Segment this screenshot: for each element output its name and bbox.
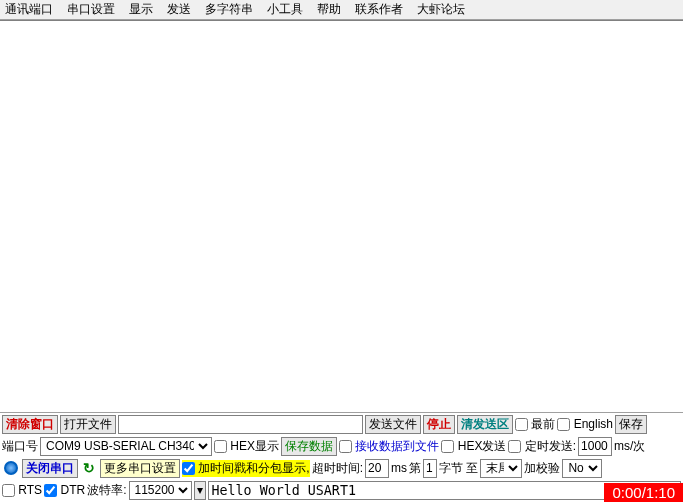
save-data-button[interactable]: 保存数据 (281, 437, 337, 456)
timeout-input[interactable] (365, 459, 389, 478)
checksum-combo[interactable]: None (562, 459, 602, 478)
rts-checkbox[interactable] (2, 484, 15, 497)
toolbar-row-1: 清除窗口 打开文件 发送文件 停止 清发送区 最前 English 保存 (0, 413, 683, 435)
front-checkbox[interactable] (515, 418, 528, 431)
bytes-input[interactable] (423, 459, 437, 478)
english-checkbox-label[interactable]: English (557, 417, 613, 431)
menu-serial-settings[interactable]: 串口设置 (67, 1, 115, 18)
file-path-input[interactable] (118, 415, 363, 434)
port-combo[interactable]: COM9 USB-SERIAL CH340 (40, 437, 212, 456)
front-checkbox-label[interactable]: 最前 (515, 416, 555, 433)
send-file-button[interactable]: 发送文件 (365, 415, 421, 434)
menu-forum[interactable]: 大虾论坛 (417, 1, 465, 18)
more-settings-button[interactable]: 更多串口设置 (100, 459, 180, 478)
clear-window-button[interactable]: 清除窗口 (2, 415, 58, 434)
english-checkbox[interactable] (557, 418, 570, 431)
menu-tools[interactable]: 小工具 (267, 1, 303, 18)
timestamp-checkbox[interactable] (182, 462, 195, 475)
recv-to-file-checkbox[interactable] (339, 440, 352, 453)
di-label: 第 (409, 460, 421, 477)
interval-unit: ms/次 (614, 438, 645, 455)
hex-display-label[interactable]: HEX显示 (214, 438, 279, 455)
rts-label[interactable]: RTS (2, 483, 42, 497)
timed-send-label[interactable]: 定时发送: (508, 438, 576, 455)
baud-label: 波特率: (87, 482, 126, 499)
dtr-label[interactable]: DTR (44, 483, 85, 497)
close-port-button[interactable]: 关闭串口 (22, 459, 78, 478)
menu-contact[interactable]: 联系作者 (355, 1, 403, 18)
menu-display[interactable]: 显示 (129, 1, 153, 18)
baud-combo[interactable]: 115200 (129, 481, 192, 500)
hex-send-checkbox[interactable] (441, 440, 454, 453)
open-file-button[interactable]: 打开文件 (60, 415, 116, 434)
toolbar-row-2: 端口号 COM9 USB-SERIAL CH340 HEX显示 保存数据 接收数… (0, 435, 683, 457)
port-label: 端口号 (2, 438, 38, 455)
refresh-icon[interactable]: ↻ (80, 460, 98, 476)
menu-help[interactable]: 帮助 (317, 1, 341, 18)
tail-combo[interactable]: 末尾 (480, 459, 522, 478)
menu-multistring[interactable]: 多字符串 (205, 1, 253, 18)
menu-bar: 通讯端口 串口设置 显示 发送 多字符串 小工具 帮助 联系作者 大虾论坛 (0, 0, 683, 20)
baud-down-button[interactable]: ▾ (194, 481, 206, 500)
timeout-label: 超时时间: (312, 460, 363, 477)
bytes-label: 字节 至 (439, 460, 478, 477)
menu-send[interactable]: 发送 (167, 1, 191, 18)
interval-input[interactable] (578, 437, 612, 456)
hex-display-checkbox[interactable] (214, 440, 227, 453)
toolbar: 清除窗口 打开文件 发送文件 停止 清发送区 最前 English 保存 端口号… (0, 412, 683, 501)
save-params-button[interactable]: 保存 (615, 415, 647, 434)
timestamp-label[interactable]: 加时间戳和分包显示, (182, 460, 310, 477)
dtr-checkbox[interactable] (44, 484, 57, 497)
clear-send-button[interactable]: 清发送区 (457, 415, 513, 434)
ms-label: ms (391, 461, 407, 475)
receive-area[interactable] (0, 20, 683, 412)
menu-port[interactable]: 通讯端口 (5, 1, 53, 18)
toolbar-row-4: RTS DTR 波特率: 115200 ▾ (0, 479, 683, 501)
hex-send-label[interactable]: HEX发送 (441, 438, 506, 455)
timed-send-checkbox[interactable] (508, 440, 521, 453)
stop-button[interactable]: 停止 (423, 415, 455, 434)
status-led-icon (4, 461, 18, 475)
checksum-label: 加校验 (524, 460, 560, 477)
video-timer: 0:00/1:10 (604, 483, 683, 502)
toolbar-row-3: 关闭串口 ↻ 更多串口设置 加时间戳和分包显示, 超时时间: ms 第 字节 至… (0, 457, 683, 479)
recv-to-file-label[interactable]: 接收数据到文件 (339, 438, 439, 455)
